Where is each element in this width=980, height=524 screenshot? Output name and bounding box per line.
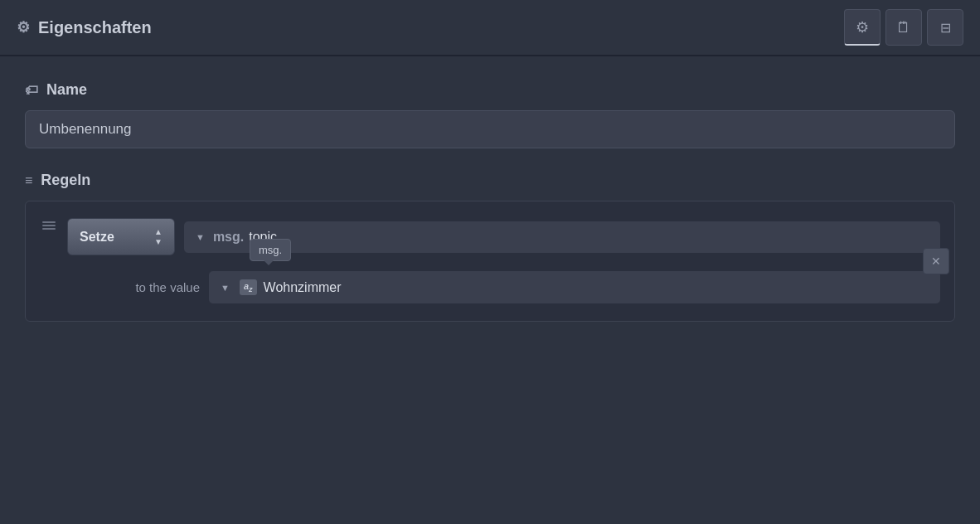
rules-box: Setze ▲ ▼ ▼ msg. topic xyxy=(25,201,955,322)
settings-tab-button[interactable]: ⚙ xyxy=(844,9,881,46)
name-input[interactable] xyxy=(25,110,955,148)
header: ⚙ Eigenschaften ⚙ 🗒 ⊟ xyxy=(0,0,980,56)
tooltip-text: msg. xyxy=(259,244,282,256)
name-label: Name xyxy=(46,81,87,99)
document-tab-button[interactable]: 🗒 xyxy=(885,9,922,46)
rules-section-label: ≡ Regeln xyxy=(25,172,955,189)
az-type-icon: az xyxy=(240,279,257,295)
header-actions: ⚙ 🗒 ⊟ xyxy=(844,9,963,46)
action-label: Setze xyxy=(80,230,114,245)
property-prefix: msg. xyxy=(213,230,244,245)
name-section-label: 🏷 Name xyxy=(25,81,955,99)
tooltip: msg. xyxy=(250,239,291,261)
layout-icon: ⊟ xyxy=(940,20,951,36)
list-icon: ≡ xyxy=(25,173,32,188)
document-icon: 🗒 xyxy=(896,19,911,36)
value-dropdown-container: msg. ▼ az Wohnzimmer xyxy=(208,270,941,304)
value-dropdown-arrow-icon: ▼ xyxy=(221,283,230,293)
value-text: Wohnzimmer xyxy=(264,280,342,295)
name-section: 🏷 Name xyxy=(25,81,955,148)
delete-icon: ✕ xyxy=(931,255,941,268)
header-title: ⚙ Eigenschaften xyxy=(17,18,152,37)
layout-tab-button[interactable]: ⊟ xyxy=(927,9,963,46)
rules-section: ≡ Regeln Setze xyxy=(25,172,955,322)
value-row: to the value msg. ▼ az Wohnzimmer xyxy=(100,270,941,304)
dropdown-arrows: ▲ ▼ xyxy=(154,227,163,246)
action-dropdown[interactable]: Setze ▲ ▼ xyxy=(67,218,175,255)
page-title: Eigenschaften xyxy=(38,18,152,37)
app-container: ⚙ Eigenschaften ⚙ 🗒 ⊟ 🏷 Name xyxy=(0,0,980,524)
value-dropdown[interactable]: ▼ az Wohnzimmer xyxy=(208,270,941,304)
rules-label: Regeln xyxy=(41,172,90,189)
dropdown-arrow-icon: ▼ xyxy=(196,232,205,242)
content: 🏷 Name ≡ Regeln xyxy=(0,56,980,370)
property-dropdown[interactable]: ▼ msg. topic xyxy=(183,221,941,254)
gear-icon: ⚙ xyxy=(17,18,30,36)
value-label: to the value xyxy=(100,280,200,294)
tag-icon: 🏷 xyxy=(25,83,38,98)
rule-action-row: Setze ▲ ▼ ▼ msg. topic xyxy=(67,218,941,255)
drag-handle[interactable] xyxy=(39,218,59,233)
delete-rule-button[interactable]: ✕ xyxy=(923,248,949,274)
settings-icon: ⚙ xyxy=(856,18,869,36)
